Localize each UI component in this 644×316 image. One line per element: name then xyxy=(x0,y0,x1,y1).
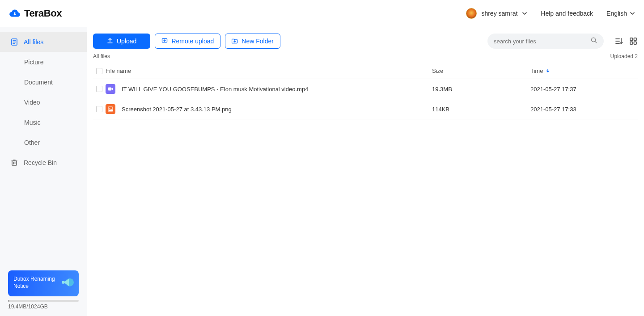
svg-rect-9 xyxy=(634,42,637,45)
file-table: File name Size Time IT WILL GIVE YOU GOO… xyxy=(93,63,638,119)
sidebar-item-all-files[interactable]: All files xyxy=(0,32,87,52)
svg-point-12 xyxy=(110,108,110,109)
col-header-time-label: Time xyxy=(530,67,543,74)
video-file-icon xyxy=(106,84,115,94)
svg-rect-1 xyxy=(12,161,17,165)
sidebar-item-picture[interactable]: Picture xyxy=(0,52,87,72)
user-menu[interactable]: shrey samrat xyxy=(466,8,527,19)
toolbar: Upload Remote upload New Folder xyxy=(93,34,638,49)
svg-rect-10 xyxy=(108,88,111,91)
sidebar-item-label: Document xyxy=(24,79,53,86)
new-folder-label: New Folder xyxy=(242,38,274,45)
uploaded-count: Uploaded 2 xyxy=(610,53,638,59)
promo-banner[interactable]: Dubox Renaming Notice xyxy=(8,270,79,296)
image-file-icon xyxy=(106,104,115,114)
row-checkbox[interactable] xyxy=(96,106,102,112)
file-name: Screenshot 2021-05-27 at 3.43.13 PM.png xyxy=(122,106,232,113)
chevron-down-icon xyxy=(630,11,635,16)
search-icon xyxy=(590,37,597,46)
chevron-down-icon xyxy=(522,11,527,16)
sidebar-item-other[interactable]: Other xyxy=(0,132,87,152)
file-name: IT WILL GIVE YOU GOOSEBUMPS - Elon musk … xyxy=(122,86,308,93)
grid-view-button[interactable] xyxy=(629,37,638,46)
svg-rect-7 xyxy=(634,38,637,41)
file-time: 2021-05-27 17:37 xyxy=(530,86,638,93)
file-size: 19.3MB xyxy=(432,86,530,93)
new-folder-icon xyxy=(232,38,238,45)
avatar xyxy=(466,8,477,19)
remote-upload-icon xyxy=(161,38,168,45)
sidebar-item-document[interactable]: Document xyxy=(0,72,87,92)
sidebar-item-label: Music xyxy=(24,119,41,126)
main-content: Upload Remote upload New Folder xyxy=(87,27,644,316)
megaphone-icon xyxy=(60,275,75,292)
table-header: File name Size Time xyxy=(93,63,638,79)
file-size: 114KB xyxy=(432,106,530,113)
promo-text: Dubox Renaming Notice xyxy=(13,276,55,289)
file-time: 2021-05-27 17:33 xyxy=(530,106,638,113)
sidebar-item-recycle-bin[interactable]: Recycle Bin xyxy=(0,152,87,173)
upload-icon xyxy=(107,38,113,45)
language-label: English xyxy=(606,10,627,17)
sidebar: All filesPictureDocumentVideoMusicOtherR… xyxy=(0,27,87,316)
row-checkbox[interactable] xyxy=(96,86,102,92)
col-header-size[interactable]: Size xyxy=(432,67,530,74)
view-toggle xyxy=(614,37,638,46)
sort-desc-icon xyxy=(546,67,550,74)
help-link[interactable]: Help and feedback xyxy=(541,10,593,17)
col-header-name[interactable]: File name xyxy=(106,67,432,74)
sidebar-item-label: Video xyxy=(24,99,40,106)
sidebar-item-label: Other xyxy=(24,139,40,146)
search-input[interactable] xyxy=(494,38,587,45)
breadcrumb[interactable]: All files xyxy=(93,53,110,59)
svg-rect-3 xyxy=(62,281,64,284)
app-header: TeraBox shrey samrat Help and feedback E… xyxy=(0,0,644,27)
trash-icon xyxy=(10,159,18,167)
upload-label: Upload xyxy=(117,38,136,45)
table-row[interactable]: Screenshot 2021-05-27 at 3.43.13 PM.png1… xyxy=(93,99,638,119)
header-right: shrey samrat Help and feedback English xyxy=(466,8,635,19)
search-box[interactable] xyxy=(487,34,604,49)
sidebar-item-label: Recycle Bin xyxy=(24,159,57,166)
upload-button[interactable]: Upload xyxy=(93,34,150,49)
sort-button[interactable] xyxy=(614,37,623,46)
brand-logo[interactable]: TeraBox xyxy=(9,8,62,19)
select-all-checkbox[interactable] xyxy=(96,68,102,74)
user-name-label: shrey samrat xyxy=(481,10,517,17)
svg-rect-6 xyxy=(630,38,633,41)
storage-text: 19.4MB/1024GB xyxy=(8,303,79,310)
sidebar-item-video[interactable]: Video xyxy=(0,92,87,112)
cloud-icon xyxy=(9,8,21,18)
remote-upload-button[interactable]: Remote upload xyxy=(155,34,220,49)
sidebar-item-music[interactable]: Music xyxy=(0,112,87,132)
language-menu[interactable]: English xyxy=(606,10,635,17)
sidebar-item-label: All files xyxy=(24,38,43,46)
remote-upload-label: Remote upload xyxy=(171,38,214,45)
brand-name: TeraBox xyxy=(24,8,62,19)
table-row[interactable]: IT WILL GIVE YOU GOOSEBUMPS - Elon musk … xyxy=(93,79,638,99)
sidebar-item-label: Picture xyxy=(24,59,44,66)
storage-bar xyxy=(8,300,79,302)
col-header-time[interactable]: Time xyxy=(530,67,638,74)
svg-rect-8 xyxy=(630,42,633,45)
breadcrumb-row: All files Uploaded 2 xyxy=(93,53,638,59)
file-icon xyxy=(10,38,18,46)
storage-bar-fill xyxy=(8,300,9,302)
new-folder-button[interactable]: New Folder xyxy=(225,34,280,49)
